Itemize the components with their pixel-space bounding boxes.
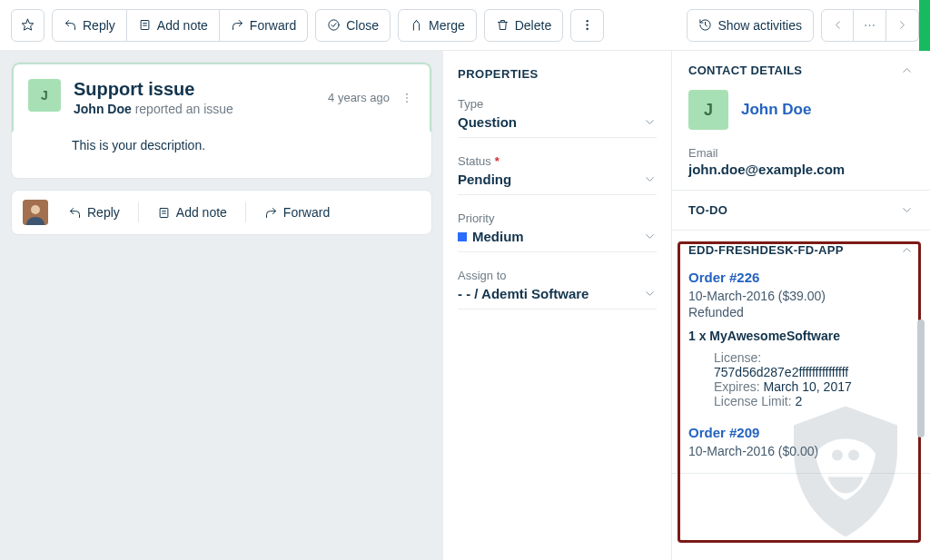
svg-point-12	[31, 205, 40, 214]
properties-section-title: PROPERTIES	[458, 67, 657, 81]
status-label: Status	[458, 154, 491, 168]
next-ticket-button[interactable]	[886, 9, 919, 42]
forward-icon	[264, 206, 278, 220]
chevron-down-icon	[643, 115, 657, 129]
order-date-price: 10-March-2016 ($39.00)	[688, 289, 914, 303]
separator	[138, 202, 139, 222]
check-circle-icon	[327, 18, 341, 32]
email-value: john.doe@example.com	[688, 162, 914, 177]
order-date-price: 10-March-2016 ($0.00)	[688, 444, 914, 458]
contact-panel-toggle[interactable]: CONTACT DETAILS	[688, 64, 914, 77]
limit-label: License Limit:	[714, 394, 792, 408]
close-button[interactable]: Close	[315, 9, 391, 42]
ticket-description: This is your description.	[12, 133, 431, 178]
todo-panel: TO-DO	[672, 191, 930, 231]
chevron-up-icon	[900, 243, 914, 257]
priority-label: Priority	[458, 211, 657, 225]
todo-panel-toggle[interactable]: TO-DO	[688, 203, 914, 217]
status-dropdown[interactable]: Pending	[458, 172, 657, 195]
reply-button[interactable]: Reply	[52, 9, 127, 42]
prev-ticket-button[interactable]	[821, 9, 854, 42]
svg-point-9	[406, 97, 408, 99]
trash-icon	[496, 18, 510, 32]
svg-point-5	[587, 20, 589, 22]
reply-icon	[68, 206, 82, 220]
merge-icon	[410, 18, 423, 32]
ticket-age: 4 years ago	[328, 91, 390, 104]
type-value: Question	[458, 114, 517, 130]
chevron-up-icon	[900, 64, 914, 77]
chevron-right-icon	[895, 18, 909, 32]
ticket-nav-dots[interactable]: ⋯	[854, 9, 886, 42]
scrollbar[interactable]	[917, 319, 925, 437]
priority-indicator-icon	[458, 232, 467, 241]
svg-point-7	[587, 28, 589, 30]
history-icon	[698, 18, 712, 32]
priority-value: Medium	[472, 229, 524, 244]
show-activities-button[interactable]: Show activities	[687, 9, 814, 42]
app-panel: EDD-FRESHDESK-FD-APP Order #226 10-March…	[672, 231, 930, 474]
editor-addnote-button[interactable]: Add note	[146, 200, 238, 225]
star-button[interactable]	[11, 9, 45, 42]
editor-reply-button[interactable]: Reply	[57, 200, 131, 225]
chevron-left-icon	[831, 18, 845, 32]
show-activities-label: Show activities	[717, 18, 802, 33]
assign-dropdown[interactable]: - - / Ademti Software	[458, 286, 657, 309]
requester-avatar: J	[28, 79, 61, 112]
forward-button[interactable]: Forward	[220, 9, 308, 42]
add-note-button[interactable]: Add note	[127, 9, 220, 42]
license-key: 757d56d287e2fffffffffffffff	[714, 365, 914, 379]
expires-label: Expires:	[714, 379, 760, 394]
order-link[interactable]: Order #226	[688, 270, 759, 285]
chevron-down-icon	[643, 172, 657, 186]
delete-label: Delete	[515, 18, 551, 33]
priority-dropdown[interactable]: Medium	[458, 229, 657, 252]
reply-editor-bar: Reply Add note Forward	[11, 190, 432, 235]
editor-reply-label: Reply	[87, 205, 120, 220]
chevron-down-icon	[643, 230, 657, 243]
note-icon	[157, 206, 171, 220]
required-marker: *	[495, 154, 500, 168]
conversation-card: J Support issue John Doe reported an iss…	[11, 62, 432, 179]
order-link[interactable]: Order #209	[688, 425, 759, 440]
merge-label: Merge	[429, 18, 465, 33]
merge-button[interactable]: Merge	[398, 9, 477, 42]
svg-point-4	[329, 20, 339, 30]
todo-section-title: TO-DO	[688, 203, 727, 217]
editor-forward-button[interactable]: Forward	[253, 200, 341, 225]
type-dropdown[interactable]: Question	[458, 114, 657, 138]
dots-icon: ⋯	[864, 18, 876, 32]
type-label: Type	[458, 97, 657, 111]
order-line-item: 1 x MyAwesomeSoftware	[688, 329, 914, 343]
forward-label: Forward	[250, 18, 296, 33]
ticket-author: John Doe	[74, 102, 132, 116]
delete-button[interactable]: Delete	[484, 9, 563, 42]
license-label: License:	[714, 350, 761, 365]
svg-point-8	[406, 93, 408, 95]
app-panel-toggle[interactable]: EDD-FRESHDESK-FD-APP	[688, 243, 914, 257]
overflow-button[interactable]	[570, 9, 604, 42]
ticket-title: Support issue	[74, 79, 328, 100]
dots-vertical-icon	[580, 18, 594, 32]
resolve-button-edge[interactable]	[919, 0, 930, 51]
svg-point-10	[406, 101, 408, 103]
ticket-action: reported an issue	[135, 102, 233, 116]
order-status: Refunded	[688, 305, 914, 319]
editor-forward-label: Forward	[283, 205, 330, 220]
chevron-down-icon	[900, 203, 914, 217]
expires-value: March 10, 2017	[763, 379, 851, 394]
editor-addnote-label: Add note	[176, 205, 227, 220]
contact-name-link[interactable]: John Doe	[741, 101, 811, 119]
svg-marker-0	[22, 19, 34, 30]
chevron-down-icon	[643, 287, 657, 300]
conversation-menu-button[interactable]	[399, 86, 415, 110]
add-note-label: Add note	[157, 18, 208, 33]
contact-avatar: J	[688, 90, 728, 130]
forward-icon	[231, 18, 244, 32]
app-section-title: EDD-FRESHDESK-FD-APP	[688, 243, 844, 257]
reply-label: Reply	[83, 18, 115, 33]
assign-label: Assign to	[458, 269, 657, 282]
limit-value: 2	[795, 394, 802, 408]
email-label: Email	[688, 146, 914, 160]
close-label: Close	[346, 18, 379, 33]
